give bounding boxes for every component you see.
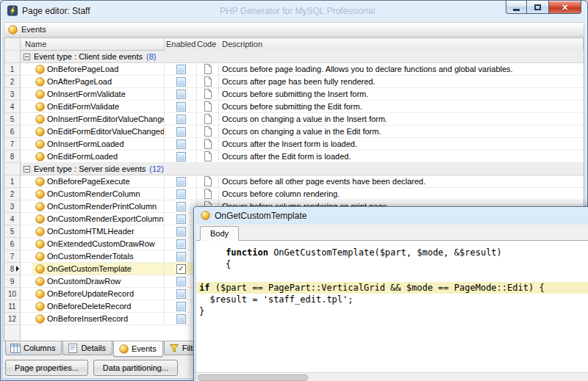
tab-body-label: Body xyxy=(210,229,229,238)
column-header-description[interactable]: Description xyxy=(219,38,584,51)
page-properties-button[interactable]: Page properties... xyxy=(5,360,88,376)
column-header-enabled[interactable]: Enabled xyxy=(165,38,197,51)
group-header: Event type : Server side events(12) xyxy=(21,163,584,175)
tab-body[interactable]: Body xyxy=(200,226,239,241)
event-name-cell[interactable]: OnGetCustomTemplate xyxy=(32,263,165,275)
scrollbar-thumb[interactable] xyxy=(198,374,308,381)
enabled-checkbox[interactable] xyxy=(176,277,186,286)
code-icon[interactable] xyxy=(203,176,213,186)
indent-cell xyxy=(21,76,32,88)
code-cell xyxy=(197,88,219,101)
collapse-icon[interactable] xyxy=(24,54,30,60)
event-row[interactable]: 5OnInsertFormEditorValueChangedOccurs on… xyxy=(4,113,584,126)
enabled-checkbox[interactable] xyxy=(176,102,186,112)
event-name-cell[interactable]: OnBeforePageLoad xyxy=(32,63,165,76)
code-icon[interactable] xyxy=(203,139,213,149)
collapse-icon[interactable] xyxy=(24,166,30,173)
event-name-cell[interactable]: OnBeforePageExecute xyxy=(32,175,165,188)
column-header-name[interactable]: Name xyxy=(21,38,165,51)
event-icon xyxy=(35,126,45,137)
event-name-cell[interactable]: OnExtendedCustomDrawRow xyxy=(32,238,165,250)
code-icon[interactable] xyxy=(203,89,213,99)
event-name: OnInsertFormValidate xyxy=(47,90,126,98)
event-description: Occurs on changing a value in the Edit f… xyxy=(222,127,381,136)
code-icon[interactable] xyxy=(203,64,213,74)
minimize-button[interactable] xyxy=(506,1,527,14)
event-row[interactable]: 2OnCustomRenderColumnOccurs before colum… xyxy=(4,188,584,200)
event-description: Occurs after the Edit form is loaded. xyxy=(222,152,351,161)
tab-columns[interactable]: Columns xyxy=(5,341,62,355)
events-panel-header[interactable]: Events xyxy=(4,22,584,37)
minimize-icon xyxy=(513,9,520,11)
enabled-checkbox[interactable]: ✓ xyxy=(176,264,186,274)
enabled-checkbox[interactable] xyxy=(176,239,186,249)
event-row[interactable]: 1OnBeforePageExecuteOccurs before all ot… xyxy=(4,175,584,188)
event-name-cell[interactable]: OnAfterPageLoad xyxy=(32,76,165,88)
event-row[interactable]: 4OnEditFormValidateOccurs before submitt… xyxy=(4,101,584,113)
enabled-cell xyxy=(165,313,197,325)
event-name: OnCustomDrawRow xyxy=(47,277,121,286)
enabled-checkbox[interactable] xyxy=(176,65,186,74)
code-icon[interactable] xyxy=(203,114,213,124)
event-name-cell[interactable]: OnCustomRenderExportColumn xyxy=(32,213,165,225)
enabled-checkbox[interactable] xyxy=(176,189,186,199)
description-cell: Occurs before all other page events have… xyxy=(219,175,584,188)
code-icon[interactable] xyxy=(203,151,213,162)
column-header-code[interactable]: Code xyxy=(197,38,219,51)
event-name-cell[interactable]: OnCustomHTMLHeader xyxy=(32,225,165,238)
event-name-cell[interactable]: OnInsertFormLoaded xyxy=(32,138,165,150)
enabled-checkbox[interactable] xyxy=(176,90,186,99)
enabled-checkbox[interactable] xyxy=(176,177,186,186)
data-partitioning-button[interactable]: Data partitioning... xyxy=(93,360,178,376)
code-line: function OnGetCustomTemplate($part, $mod… xyxy=(199,247,588,258)
enabled-checkbox[interactable] xyxy=(176,302,186,311)
event-row[interactable]: 7OnInsertFormLoadedOccurs after the Inse… xyxy=(4,138,584,150)
group-row[interactable]: Event type : Server side events(12) xyxy=(4,163,584,175)
code-icon[interactable] xyxy=(203,76,213,87)
enabled-checkbox[interactable] xyxy=(176,202,186,211)
event-name: OnCustomRenderTotals xyxy=(47,252,133,261)
event-name-cell[interactable]: OnCustomRenderTotals xyxy=(32,250,165,263)
enabled-checkbox[interactable] xyxy=(176,252,186,261)
enabled-checkbox[interactable] xyxy=(176,227,186,236)
event-name-cell[interactable]: OnInsertFormEditorValueChanged xyxy=(32,113,165,126)
event-name-cell[interactable]: OnEditFormEditorValueChanged xyxy=(32,126,165,138)
code-icon[interactable] xyxy=(203,101,213,112)
horizontal-scrollbar[interactable] xyxy=(196,372,588,381)
tab-details[interactable]: Details xyxy=(62,341,112,355)
event-icon xyxy=(35,139,45,149)
group-row[interactable]: Event type : Client side events(8) xyxy=(4,51,584,63)
enabled-checkbox[interactable] xyxy=(176,77,186,87)
event-name-cell[interactable]: OnCustomRenderPrintColumn xyxy=(32,200,165,213)
event-name-cell[interactable]: OnEditFormLoaded xyxy=(32,150,165,163)
event-name-cell[interactable]: OnBeforeInsertRecord xyxy=(32,313,165,325)
enabled-checkbox[interactable] xyxy=(176,214,186,224)
enabled-checkbox[interactable] xyxy=(176,115,186,124)
event-name-cell[interactable]: OnBeforeDeleteRecord xyxy=(32,300,165,313)
enabled-checkbox[interactable] xyxy=(176,127,186,137)
event-row[interactable]: 1OnBeforePageLoadOccurs before page load… xyxy=(4,63,584,76)
event-row[interactable]: 8OnEditFormLoadedOccurs after the Edit f… xyxy=(4,150,584,163)
code-editor[interactable]: function OnGetCustomTemplate($part, $mod… xyxy=(196,241,588,372)
enabled-checkbox[interactable] xyxy=(176,152,186,162)
indent-cell xyxy=(21,88,32,101)
enabled-checkbox[interactable] xyxy=(176,314,186,324)
enabled-checkbox[interactable] xyxy=(176,139,186,149)
close-button[interactable]: × xyxy=(548,1,581,14)
event-name-cell[interactable]: OnInsertFormValidate xyxy=(32,88,165,101)
code-icon[interactable] xyxy=(203,126,213,137)
tab-events[interactable]: Events xyxy=(113,341,163,357)
maximize-button[interactable] xyxy=(527,1,548,14)
code-icon[interactable] xyxy=(203,189,213,199)
event-row[interactable]: 2OnAfterPageLoadOccurs after page has be… xyxy=(4,76,584,88)
titlebar[interactable]: Page editor: Staff PHP Generator for MyS… xyxy=(1,1,587,21)
event-name-cell[interactable]: OnCustomDrawRow xyxy=(32,275,165,288)
event-row[interactable]: 3OnInsertFormValidateOccurs before submi… xyxy=(4,88,584,101)
event-name-cell[interactable]: OnEditFormValidate xyxy=(32,101,165,113)
event-name-cell[interactable]: OnBeforeUpdateRecord xyxy=(32,288,165,300)
current-row-arrow xyxy=(16,266,19,272)
enabled-checkbox[interactable] xyxy=(176,289,186,299)
popup-titlebar[interactable]: OnGetCustomTemplate xyxy=(194,207,588,224)
event-row[interactable]: 6OnEditFormEditorValueChangedOccurs on c… xyxy=(4,126,584,138)
event-name-cell[interactable]: OnCustomRenderColumn xyxy=(32,188,165,200)
